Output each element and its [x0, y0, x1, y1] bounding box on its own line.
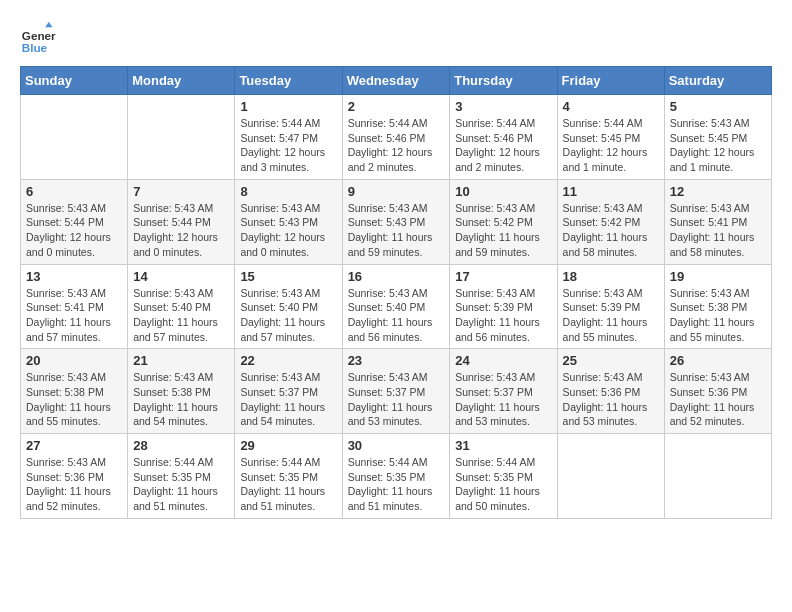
day-cell: 31Sunrise: 5:44 AM Sunset: 5:35 PM Dayli…: [450, 434, 557, 519]
day-cell: 26Sunrise: 5:43 AM Sunset: 5:36 PM Dayli…: [664, 349, 771, 434]
day-cell: 19Sunrise: 5:43 AM Sunset: 5:38 PM Dayli…: [664, 264, 771, 349]
day-info: Sunrise: 5:43 AM Sunset: 5:41 PM Dayligh…: [26, 286, 122, 345]
day-info: Sunrise: 5:43 AM Sunset: 5:44 PM Dayligh…: [133, 201, 229, 260]
day-info: Sunrise: 5:43 AM Sunset: 5:40 PM Dayligh…: [240, 286, 336, 345]
day-info: Sunrise: 5:43 AM Sunset: 5:38 PM Dayligh…: [26, 370, 122, 429]
day-info: Sunrise: 5:43 AM Sunset: 5:37 PM Dayligh…: [240, 370, 336, 429]
day-cell: 1Sunrise: 5:44 AM Sunset: 5:47 PM Daylig…: [235, 95, 342, 180]
day-number: 19: [670, 269, 766, 284]
day-number: 8: [240, 184, 336, 199]
day-info: Sunrise: 5:43 AM Sunset: 5:37 PM Dayligh…: [348, 370, 445, 429]
day-cell: 10Sunrise: 5:43 AM Sunset: 5:42 PM Dayli…: [450, 179, 557, 264]
day-info: Sunrise: 5:44 AM Sunset: 5:35 PM Dayligh…: [133, 455, 229, 514]
day-info: Sunrise: 5:43 AM Sunset: 5:41 PM Dayligh…: [670, 201, 766, 260]
day-info: Sunrise: 5:43 AM Sunset: 5:38 PM Dayligh…: [133, 370, 229, 429]
day-cell: 17Sunrise: 5:43 AM Sunset: 5:39 PM Dayli…: [450, 264, 557, 349]
day-number: 1: [240, 99, 336, 114]
day-cell: 27Sunrise: 5:43 AM Sunset: 5:36 PM Dayli…: [21, 434, 128, 519]
header-day-monday: Monday: [128, 67, 235, 95]
day-number: 26: [670, 353, 766, 368]
day-info: Sunrise: 5:43 AM Sunset: 5:36 PM Dayligh…: [670, 370, 766, 429]
day-cell: 16Sunrise: 5:43 AM Sunset: 5:40 PM Dayli…: [342, 264, 450, 349]
day-cell: 28Sunrise: 5:44 AM Sunset: 5:35 PM Dayli…: [128, 434, 235, 519]
day-cell: 20Sunrise: 5:43 AM Sunset: 5:38 PM Dayli…: [21, 349, 128, 434]
day-cell: 11Sunrise: 5:43 AM Sunset: 5:42 PM Dayli…: [557, 179, 664, 264]
day-number: 2: [348, 99, 445, 114]
day-number: 29: [240, 438, 336, 453]
day-number: 10: [455, 184, 551, 199]
week-row-1: 1Sunrise: 5:44 AM Sunset: 5:47 PM Daylig…: [21, 95, 772, 180]
day-info: Sunrise: 5:44 AM Sunset: 5:35 PM Dayligh…: [455, 455, 551, 514]
day-number: 25: [563, 353, 659, 368]
day-number: 4: [563, 99, 659, 114]
day-info: Sunrise: 5:43 AM Sunset: 5:39 PM Dayligh…: [563, 286, 659, 345]
day-cell: 7Sunrise: 5:43 AM Sunset: 5:44 PM Daylig…: [128, 179, 235, 264]
day-info: Sunrise: 5:43 AM Sunset: 5:36 PM Dayligh…: [563, 370, 659, 429]
day-cell: [664, 434, 771, 519]
day-number: 28: [133, 438, 229, 453]
day-cell: [21, 95, 128, 180]
day-cell: 13Sunrise: 5:43 AM Sunset: 5:41 PM Dayli…: [21, 264, 128, 349]
day-cell: 24Sunrise: 5:43 AM Sunset: 5:37 PM Dayli…: [450, 349, 557, 434]
day-number: 14: [133, 269, 229, 284]
day-number: 16: [348, 269, 445, 284]
day-cell: 4Sunrise: 5:44 AM Sunset: 5:45 PM Daylig…: [557, 95, 664, 180]
day-number: 21: [133, 353, 229, 368]
header: General Blue: [20, 20, 772, 56]
day-cell: 12Sunrise: 5:43 AM Sunset: 5:41 PM Dayli…: [664, 179, 771, 264]
day-info: Sunrise: 5:44 AM Sunset: 5:46 PM Dayligh…: [348, 116, 445, 175]
day-cell: 8Sunrise: 5:43 AM Sunset: 5:43 PM Daylig…: [235, 179, 342, 264]
day-info: Sunrise: 5:43 AM Sunset: 5:42 PM Dayligh…: [455, 201, 551, 260]
day-cell: 5Sunrise: 5:43 AM Sunset: 5:45 PM Daylig…: [664, 95, 771, 180]
header-row: SundayMondayTuesdayWednesdayThursdayFrid…: [21, 67, 772, 95]
header-day-saturday: Saturday: [664, 67, 771, 95]
day-number: 12: [670, 184, 766, 199]
day-cell: 29Sunrise: 5:44 AM Sunset: 5:35 PM Dayli…: [235, 434, 342, 519]
week-row-5: 27Sunrise: 5:43 AM Sunset: 5:36 PM Dayli…: [21, 434, 772, 519]
day-number: 3: [455, 99, 551, 114]
day-cell: 22Sunrise: 5:43 AM Sunset: 5:37 PM Dayli…: [235, 349, 342, 434]
day-number: 9: [348, 184, 445, 199]
day-number: 15: [240, 269, 336, 284]
day-number: 6: [26, 184, 122, 199]
header-day-sunday: Sunday: [21, 67, 128, 95]
day-cell: [557, 434, 664, 519]
day-info: Sunrise: 5:44 AM Sunset: 5:35 PM Dayligh…: [240, 455, 336, 514]
day-info: Sunrise: 5:43 AM Sunset: 5:42 PM Dayligh…: [563, 201, 659, 260]
day-number: 18: [563, 269, 659, 284]
week-row-4: 20Sunrise: 5:43 AM Sunset: 5:38 PM Dayli…: [21, 349, 772, 434]
day-info: Sunrise: 5:43 AM Sunset: 5:43 PM Dayligh…: [348, 201, 445, 260]
logo-icon: General Blue: [20, 20, 56, 56]
day-cell: 3Sunrise: 5:44 AM Sunset: 5:46 PM Daylig…: [450, 95, 557, 180]
header-day-friday: Friday: [557, 67, 664, 95]
day-cell: 21Sunrise: 5:43 AM Sunset: 5:38 PM Dayli…: [128, 349, 235, 434]
day-number: 23: [348, 353, 445, 368]
day-info: Sunrise: 5:44 AM Sunset: 5:47 PM Dayligh…: [240, 116, 336, 175]
day-info: Sunrise: 5:43 AM Sunset: 5:37 PM Dayligh…: [455, 370, 551, 429]
day-number: 20: [26, 353, 122, 368]
week-row-2: 6Sunrise: 5:43 AM Sunset: 5:44 PM Daylig…: [21, 179, 772, 264]
day-info: Sunrise: 5:44 AM Sunset: 5:35 PM Dayligh…: [348, 455, 445, 514]
day-number: 22: [240, 353, 336, 368]
day-number: 7: [133, 184, 229, 199]
day-info: Sunrise: 5:43 AM Sunset: 5:45 PM Dayligh…: [670, 116, 766, 175]
day-number: 31: [455, 438, 551, 453]
day-info: Sunrise: 5:43 AM Sunset: 5:38 PM Dayligh…: [670, 286, 766, 345]
day-cell: 18Sunrise: 5:43 AM Sunset: 5:39 PM Dayli…: [557, 264, 664, 349]
day-info: Sunrise: 5:43 AM Sunset: 5:40 PM Dayligh…: [133, 286, 229, 345]
day-info: Sunrise: 5:43 AM Sunset: 5:43 PM Dayligh…: [240, 201, 336, 260]
day-number: 5: [670, 99, 766, 114]
day-number: 30: [348, 438, 445, 453]
day-number: 13: [26, 269, 122, 284]
logo: General Blue: [20, 20, 62, 56]
day-info: Sunrise: 5:44 AM Sunset: 5:45 PM Dayligh…: [563, 116, 659, 175]
day-cell: 2Sunrise: 5:44 AM Sunset: 5:46 PM Daylig…: [342, 95, 450, 180]
day-info: Sunrise: 5:43 AM Sunset: 5:40 PM Dayligh…: [348, 286, 445, 345]
day-info: Sunrise: 5:43 AM Sunset: 5:39 PM Dayligh…: [455, 286, 551, 345]
week-row-3: 13Sunrise: 5:43 AM Sunset: 5:41 PM Dayli…: [21, 264, 772, 349]
day-cell: 15Sunrise: 5:43 AM Sunset: 5:40 PM Dayli…: [235, 264, 342, 349]
day-info: Sunrise: 5:43 AM Sunset: 5:44 PM Dayligh…: [26, 201, 122, 260]
day-cell: [128, 95, 235, 180]
day-cell: 9Sunrise: 5:43 AM Sunset: 5:43 PM Daylig…: [342, 179, 450, 264]
calendar-table: SundayMondayTuesdayWednesdayThursdayFrid…: [20, 66, 772, 519]
